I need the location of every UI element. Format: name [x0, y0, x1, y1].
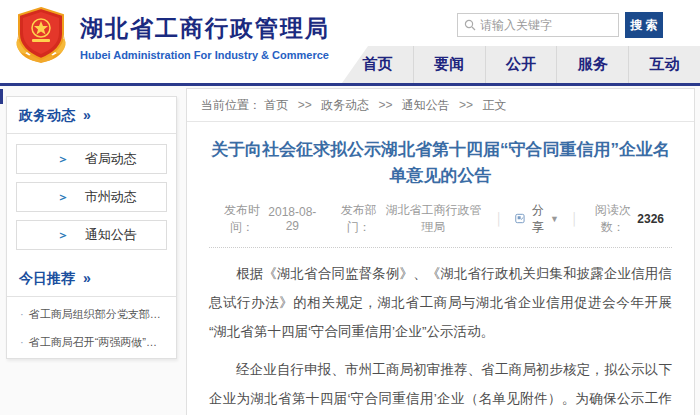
caret-down-icon: ▼	[550, 214, 559, 224]
more-chevrons-icon: »	[83, 270, 91, 286]
publish-department: 发布部门： 湖北省工商行政管理局	[334, 202, 484, 236]
sidebar-recommend-list: ·省工商局组织部分党支部赴扶贫驻点... ·省工商局召开“两强两做”行动交流..…	[7, 297, 176, 359]
breadcrumb-home[interactable]: 首页	[264, 98, 288, 112]
sidebar: 政务动态 » ＞ 省局动态 ＞ 市州动态 ＞ 通知公告 今日推荐 » ·省工商局…	[6, 96, 177, 359]
breadcrumb-separator: >>	[459, 98, 473, 112]
bullet-icon: ·	[20, 308, 24, 320]
article: 关于向社会征求拟公示湖北省第十四届“守合同重信用”企业名单意见的公告 发布时间：…	[187, 137, 694, 415]
chevron-right-icon: ＞	[57, 152, 69, 166]
breadcrumb: 当前位置： 首页 >> 政务动态 >> 通知公告 >> 正文	[187, 89, 694, 122]
sidebar-section-news-title: 政务动态 »	[7, 97, 176, 134]
nav-item-interaction[interactable]: 互动	[628, 46, 700, 83]
chevron-right-icon: ＞	[57, 228, 69, 242]
breadcrumb-separator: >>	[378, 98, 392, 112]
site-subtitle: Hubei Administration For Industry & Comm…	[80, 49, 330, 61]
share-icon	[515, 212, 525, 225]
meta-divider: │	[495, 212, 503, 226]
main-nav: 首页 要闻 公开 服务 互动	[342, 46, 700, 83]
bullet-icon: ·	[20, 336, 24, 348]
article-body: 根据《湖北省合同监督条例》、《湖北省行政机关归集和披露企业信用信息试行办法》的相…	[209, 259, 672, 415]
publish-time: 发布时间： 2018-08-29	[217, 202, 318, 236]
main-content: 当前位置： 首页 >> 政务动态 >> 通知公告 >> 正文 关于向社会征求拟公…	[186, 88, 695, 415]
breadcrumb-notices[interactable]: 通知公告	[402, 98, 450, 112]
sidebar-item-notices[interactable]: ＞ 通知公告	[16, 220, 167, 250]
search-input[interactable]	[480, 18, 610, 32]
breadcrumb-gov-news[interactable]: 政务动态	[321, 98, 369, 112]
dotted-divider	[209, 247, 672, 248]
list-item[interactable]: ·仙桃市工商局召开扫黑除恶专项斗争...	[20, 356, 167, 359]
left-accent-bar	[0, 89, 3, 104]
search-icon	[464, 19, 476, 31]
paragraph-2: 经企业自行申报、市州工商局初审推荐、省工商局初步核定，拟公示以下企业为湖北省第十…	[209, 355, 672, 415]
nav-item-home[interactable]: 首页	[342, 46, 413, 83]
article-meta: 发布时间： 2018-08-29 发布部门： 湖北省工商行政管理局 │ 分享 ▼…	[209, 202, 672, 236]
saic-emblem-logo-icon[interactable]	[12, 6, 70, 64]
nav-item-news[interactable]: 要闻	[413, 46, 485, 83]
chevron-right-icon: ＞	[57, 190, 69, 204]
nav-item-services[interactable]: 服务	[556, 46, 628, 83]
list-item[interactable]: ·省工商局组织部分党支部赴扶贫驻点...	[20, 300, 167, 328]
site-title: 湖北省工商行政管理局	[80, 13, 330, 44]
nav-item-public[interactable]: 公开	[485, 46, 557, 83]
list-item[interactable]: ·省工商局召开“两强两做”行动交流...	[20, 328, 167, 356]
site-brand: 湖北省工商行政管理局 Hubei Administration For Indu…	[80, 13, 330, 61]
sidebar-news-items: ＞ 省局动态 ＞ 市州动态 ＞ 通知公告	[7, 134, 176, 260]
breadcrumb-label: 当前位置：	[201, 98, 261, 112]
meta-divider: │	[571, 212, 579, 226]
read-count: 阅读次数： 2326	[590, 202, 664, 236]
site-search: 搜 索	[457, 12, 663, 38]
search-button[interactable]: 搜 索	[625, 12, 663, 38]
breadcrumb-current: 正文	[482, 98, 506, 112]
breadcrumb-separator: >>	[298, 98, 312, 112]
sidebar-item-provincial-news[interactable]: ＞ 省局动态	[16, 144, 167, 174]
paragraph-1: 根据《湖北省合同监督条例》、《湖北省行政机关归集和披露企业信用信息试行办法》的相…	[209, 259, 672, 346]
article-title: 关于向社会征求拟公示湖北省第十四届“守合同重信用”企业名单意见的公告	[209, 137, 672, 190]
share-button[interactable]: 分享 ▼	[515, 202, 559, 236]
read-count-value: 2326	[637, 212, 664, 226]
sidebar-item-city-news[interactable]: ＞ 市州动态	[16, 182, 167, 212]
sidebar-section-recommend-title: 今日推荐 »	[7, 260, 176, 297]
site-header: 湖北省工商行政管理局 Hubei Administration For Indu…	[0, 0, 700, 86]
more-chevrons-icon: »	[83, 107, 91, 123]
search-field[interactable]	[457, 13, 619, 37]
